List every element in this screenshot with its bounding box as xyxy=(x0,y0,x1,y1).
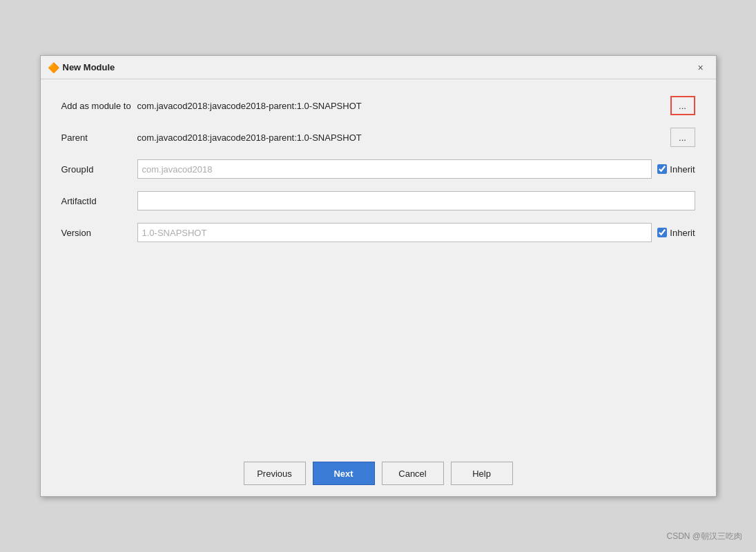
page-background: 🔶 New Module × Add as module to com.java… xyxy=(0,0,756,552)
dialog-titlebar: 🔶 New Module × xyxy=(41,56,716,79)
parent-value: com.javacod2018:javacode2018-parent:1.0-… xyxy=(137,132,665,143)
dialog-body: Add as module to com.javacod2018:javacod… xyxy=(41,79,716,451)
version-row: Version Inherit xyxy=(61,223,695,242)
artifact-id-input[interactable] xyxy=(137,191,695,210)
version-inherit-area: Inherit xyxy=(657,228,695,238)
add-as-module-label: Add as module to xyxy=(61,101,137,111)
group-id-label: GroupId xyxy=(61,164,137,175)
content-spacer xyxy=(61,255,695,437)
group-id-inherit-checkbox[interactable] xyxy=(657,164,667,174)
version-inherit-label: Inherit xyxy=(670,228,695,238)
group-id-row: GroupId Inherit xyxy=(61,159,695,179)
dialog-title-area: 🔶 New Module xyxy=(48,62,115,73)
module-icon: 🔶 xyxy=(48,62,59,73)
dialog-title: New Module xyxy=(63,62,115,72)
watermark: CSDN @朝汉三吃肉 xyxy=(666,531,742,542)
artifact-id-row: ArtifactId xyxy=(61,191,695,210)
new-module-dialog: 🔶 New Module × Add as module to com.java… xyxy=(40,55,717,497)
previous-button[interactable]: Previous xyxy=(244,462,306,485)
group-id-input-area: Inherit xyxy=(137,159,695,179)
next-button[interactable]: Next xyxy=(313,462,375,485)
add-as-module-browse-button[interactable]: ... xyxy=(670,96,695,115)
group-id-input[interactable] xyxy=(137,159,652,179)
parent-browse-button[interactable]: ... xyxy=(670,128,695,147)
close-button[interactable]: × xyxy=(692,59,709,76)
add-as-module-value: com.javacod2018:javacode2018-parent:1.0-… xyxy=(137,101,665,111)
parent-row: Parent com.javacod2018:javacode2018-pare… xyxy=(61,128,695,147)
cancel-button[interactable]: Cancel xyxy=(382,462,444,485)
group-id-inherit-area: Inherit xyxy=(657,164,695,175)
artifact-id-label: ArtifactId xyxy=(61,196,137,206)
version-label: Version xyxy=(61,228,137,238)
dialog-footer: Previous Next Cancel Help xyxy=(41,451,716,496)
version-input[interactable] xyxy=(137,223,652,242)
group-id-inherit-label: Inherit xyxy=(670,164,695,175)
add-as-module-row: Add as module to com.javacod2018:javacod… xyxy=(61,96,695,115)
help-button[interactable]: Help xyxy=(451,462,513,485)
version-inherit-checkbox[interactable] xyxy=(657,228,667,237)
parent-label: Parent xyxy=(61,132,137,143)
version-input-area: Inherit xyxy=(137,223,695,242)
